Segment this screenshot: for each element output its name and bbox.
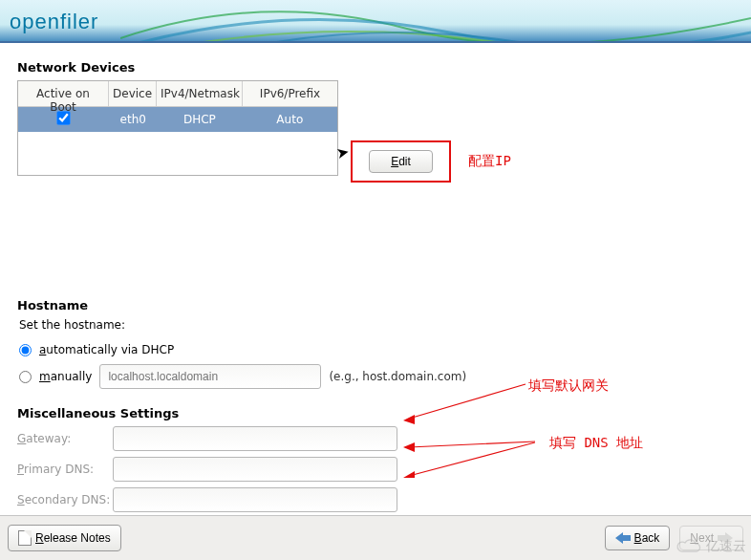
network-devices-title: Network Devices	[17, 60, 734, 75]
manual-mnemonic: m	[39, 370, 51, 383]
secondary-dns-row: Secondary DNS:	[17, 487, 734, 512]
primary-dns-label: Primary DNS:	[17, 463, 113, 476]
back-mnemonic: B	[634, 531, 642, 545]
hostname-instruction: Set the hostname:	[19, 318, 734, 332]
svg-marker-6	[615, 532, 631, 544]
hostname-example: (e.g., host.domain.com)	[329, 370, 466, 383]
col-active-on-boot[interactable]: Active on Boot	[18, 81, 109, 106]
misc-title: Miscellaneous Settings	[17, 406, 734, 420]
ipv6-cell: Auto	[243, 113, 337, 126]
decorative-waves	[120, 0, 751, 43]
hostname-manual-radio[interactable]	[19, 371, 32, 383]
hostname-manual-radio-row[interactable]: manually (e.g., host.domain.com)	[19, 364, 734, 389]
cloud-icon	[676, 538, 704, 555]
gateway-label: Gateway:	[17, 432, 113, 445]
primary-dns-row: Primary DNS:	[17, 457, 734, 482]
hostname-title: Hostname	[17, 298, 734, 312]
hostname-auto-radio[interactable]	[19, 344, 32, 356]
table-row[interactable]: eth0 DHCP Auto	[18, 107, 337, 132]
header-banner: openfiler	[0, 0, 751, 43]
back-arrow-icon	[615, 532, 631, 544]
secondary-dns-input[interactable]	[113, 487, 397, 512]
col-ipv6-prefix[interactable]: IPv6/Prefix	[243, 81, 337, 106]
secondary-mnemonic: S	[17, 493, 25, 506]
col-device[interactable]: Device	[109, 81, 157, 106]
primary-mnemonic: P	[17, 463, 24, 476]
edit-rest: dit	[398, 155, 411, 168]
device-cell: eth0	[109, 113, 157, 126]
release-mnemonic: R	[35, 531, 44, 545]
edit-annotation: 配置IP	[468, 153, 511, 170]
hostname-auto-label: automatically via DHCP	[39, 343, 174, 356]
logo-text: openfiler	[10, 10, 98, 34]
footer-bar: Release Notes Back Next	[0, 515, 751, 560]
active-on-boot-checkbox[interactable]	[57, 111, 71, 124]
col-ipv4-netmask[interactable]: IPv4/Netmask	[157, 81, 243, 106]
hostname-auto-radio-row[interactable]: automatically via DHCP	[19, 343, 734, 356]
ipv4-cell: DHCP	[157, 113, 242, 126]
hostname-input[interactable]	[99, 364, 321, 389]
watermark-text: 亿速云	[706, 538, 746, 555]
gateway-mnemonic: G	[17, 432, 26, 445]
edit-button[interactable]: Edit	[369, 150, 433, 173]
release-notes-button[interactable]: Release Notes	[8, 525, 121, 551]
hostname-manual-label: manually	[39, 370, 92, 383]
gateway-input[interactable]	[113, 426, 397, 451]
document-icon	[18, 530, 32, 546]
secondary-dns-label: Secondary DNS:	[17, 493, 113, 506]
edit-button-highlight: Edit	[351, 140, 451, 183]
back-button[interactable]: Back	[605, 526, 671, 550]
watermark: 亿速云	[676, 538, 746, 555]
device-table-header: Active on Boot Device IPv4/Netmask IPv6/…	[18, 81, 337, 107]
active-checkbox-cell	[18, 112, 109, 127]
device-table: Active on Boot Device IPv4/Netmask IPv6/…	[17, 80, 338, 176]
primary-dns-input[interactable]	[113, 457, 397, 482]
edit-mnemonic: E	[391, 155, 398, 168]
gateway-row: Gateway:	[17, 426, 734, 451]
